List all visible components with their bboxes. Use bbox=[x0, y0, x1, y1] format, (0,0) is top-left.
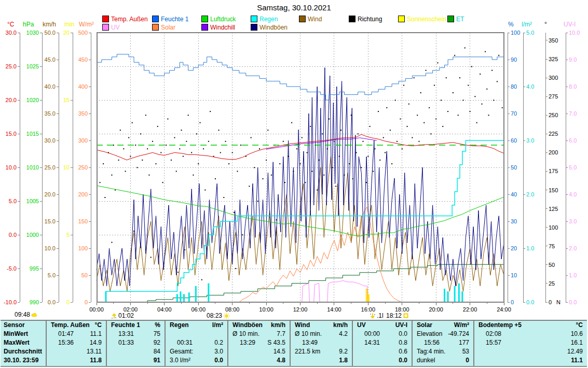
cell-time: 13:29 bbox=[233, 338, 255, 347]
table-cell-solar-minwert: Elevation-49.724 bbox=[413, 330, 473, 338]
weather-day-chart-page: Samstag, 30.10.2021 Temp. AußenFeuchte 1… bbox=[0, 0, 588, 368]
cell-value: 0.0 bbox=[214, 356, 223, 365]
svg-text:5.0: 5.0 bbox=[526, 30, 534, 36]
col-header: Feuchte 1% bbox=[107, 321, 165, 330]
cell-value: S 43.5 bbox=[267, 338, 285, 347]
cell-time: 221.5 km bbox=[295, 347, 320, 356]
table-col-gusts: Windböenkm/hØ 10 min.7.713:29S 43.514.54… bbox=[227, 321, 290, 366]
table-cell-temp-maxwert: 15:3614.9 bbox=[47, 338, 106, 347]
cell-value: 12.49 bbox=[567, 347, 583, 356]
svg-text:5.0: 5.0 bbox=[48, 272, 56, 278]
svg-text:250: 250 bbox=[549, 112, 558, 118]
table-col-rain: Regenl/m²00:310.2Gesamt:3.03.0 l/m²0.0 bbox=[165, 321, 227, 366]
row-label-2: MaxWert bbox=[1, 338, 46, 347]
svg-text:0: 0 bbox=[66, 299, 70, 305]
svg-text:30: 30 bbox=[511, 218, 517, 224]
svg-text:1015: 1015 bbox=[26, 131, 39, 137]
svg-text:15: 15 bbox=[63, 97, 70, 103]
svg-text:9.0: 9.0 bbox=[569, 56, 577, 63]
table-col-soil: Bodentemp +5°C02:0810.615:5716.112.4911.… bbox=[473, 321, 587, 366]
table-cell-rain-30-10-23-59: 3.0 l/m²0.0 bbox=[166, 356, 227, 365]
svg-text:06:00: 06:00 bbox=[191, 306, 206, 313]
svg-text:0: 0 bbox=[511, 299, 514, 305]
cell-value: 92 bbox=[154, 338, 160, 347]
col-header: SolarW/m² bbox=[413, 321, 473, 330]
cell-value: 0.8 bbox=[399, 338, 407, 347]
col-unit: km/h bbox=[333, 321, 348, 330]
cell-value: 84 bbox=[154, 347, 160, 356]
cell-value: 14.9 bbox=[90, 338, 102, 347]
svg-text:1005: 1005 bbox=[26, 198, 39, 204]
table-col-solar: SolarW/m²Elevation-49.72415:56177Tag:4 m… bbox=[412, 321, 473, 366]
svg-text:1020: 1020 bbox=[26, 97, 39, 103]
svg-text:12:00: 12:00 bbox=[293, 306, 308, 313]
cell-time: Ø 10 min. bbox=[295, 330, 322, 338]
svg-text:0.0: 0.0 bbox=[48, 299, 56, 305]
svg-text:35.0: 35.0 bbox=[45, 110, 56, 117]
cell-value: 9.2 bbox=[339, 347, 348, 356]
col-title: Solar bbox=[417, 321, 432, 330]
svg-text:15.0: 15.0 bbox=[6, 131, 17, 137]
svg-text:24:00: 24:00 bbox=[497, 306, 511, 313]
cell-value: 1.8 bbox=[339, 356, 348, 365]
cloud-icon bbox=[31, 312, 38, 318]
table-cell-humidity-30-10-23-59: 91 bbox=[107, 356, 165, 365]
svg-text:80: 80 bbox=[511, 83, 517, 90]
table-cell-humidity-durchschnitt: 84 bbox=[107, 347, 165, 356]
table-cell-uv-durchschnitt: 0.6 bbox=[353, 347, 412, 356]
cell-value: 0.0 bbox=[399, 330, 407, 338]
table-cell-wind-30-10-23-59: 1.8 bbox=[291, 356, 352, 365]
col-title: Windböen bbox=[233, 321, 263, 330]
cell-value: 10.6 bbox=[571, 330, 583, 338]
svg-text:45.0: 45.0 bbox=[45, 56, 56, 63]
svg-text:3.0: 3.0 bbox=[526, 137, 534, 144]
svg-text:-10.0: -10.0 bbox=[4, 299, 17, 305]
svg-text:175: 175 bbox=[549, 168, 558, 174]
cell-value: 0.2 bbox=[214, 338, 223, 347]
col-title: Temp. Außen bbox=[51, 321, 90, 330]
cell-time: 3.0 l/m² bbox=[170, 356, 190, 365]
time-0102: 01:02 bbox=[111, 312, 134, 319]
cell-value: 0 bbox=[466, 356, 469, 365]
svg-text:20: 20 bbox=[63, 30, 70, 36]
cell-time: Gesamt: bbox=[170, 347, 193, 356]
svg-text:150: 150 bbox=[549, 187, 558, 193]
svg-text:4.0: 4.0 bbox=[526, 83, 534, 90]
time-1812: 18:12 bbox=[386, 312, 409, 319]
svg-text:20.0: 20.0 bbox=[6, 97, 17, 103]
table-cell-solar-30-10-23-59: dunkel0 bbox=[413, 356, 473, 365]
series-et bbox=[139, 264, 504, 302]
cell-value: 11.8 bbox=[90, 356, 102, 365]
col-header: Windböenkm/h bbox=[228, 321, 290, 330]
svg-text:100: 100 bbox=[511, 30, 520, 36]
svg-text:10.0: 10.0 bbox=[45, 245, 56, 251]
cell-time: 00:00 bbox=[357, 330, 380, 338]
table-cell-temp-minwert: 01:4711.1 bbox=[47, 330, 106, 338]
cell-time: 14:31 bbox=[357, 338, 380, 347]
table-cell-gusts-minwert: Ø 10 min.7.7 bbox=[228, 330, 290, 338]
time-1711: .1l bbox=[370, 312, 384, 319]
svg-text:150: 150 bbox=[78, 218, 88, 224]
svg-text:60: 60 bbox=[511, 137, 517, 144]
svg-text:0.0: 0.0 bbox=[526, 299, 534, 305]
col-unit: W/m² bbox=[454, 321, 469, 330]
table-cell-solar-maxwert: 15:56177 bbox=[413, 338, 473, 347]
col-header: Windkm/h bbox=[291, 321, 352, 330]
table-cell-uv-maxwert: 14:310.8 bbox=[353, 338, 412, 347]
table-cell-soil-minwert: 02:0810.6 bbox=[474, 330, 587, 338]
svg-text:200: 200 bbox=[78, 191, 88, 197]
time-0823-label: 08:23 bbox=[207, 312, 222, 319]
x-axis: 00:0002:0004:0006:0008:0010:0012:0014:00… bbox=[89, 302, 511, 313]
table-cell-gusts-durchschnitt: 14.5 bbox=[228, 347, 290, 356]
cell-value: 3.0 bbox=[214, 347, 223, 356]
svg-text:1.0: 1.0 bbox=[569, 272, 577, 278]
svg-text:75: 75 bbox=[549, 243, 555, 249]
cell-value: 13.11 bbox=[87, 347, 102, 356]
table-col-temp: Temp. Außen°C01:4711.115:3614.913.1111.8 bbox=[46, 321, 106, 366]
sunrise-sun-icon bbox=[223, 313, 230, 319]
cell-value: 75 bbox=[154, 330, 160, 338]
moonset-arrow-icon bbox=[370, 313, 376, 319]
svg-text:400: 400 bbox=[78, 83, 88, 90]
cell-value: 14.5 bbox=[274, 347, 285, 356]
col-title: Feuchte 1 bbox=[111, 321, 140, 330]
